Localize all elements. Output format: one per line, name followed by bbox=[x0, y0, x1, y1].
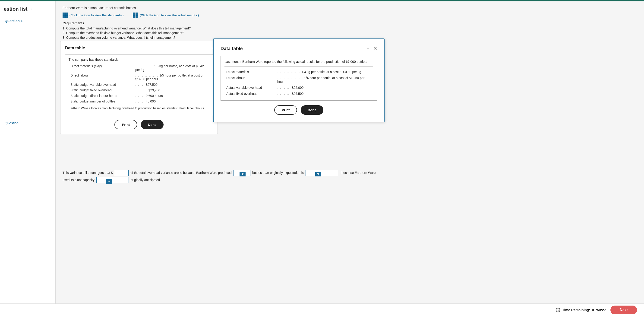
svg-line-2 bbox=[558, 310, 559, 310]
row-label: Static budget variable overhead bbox=[68, 82, 134, 87]
modal-buttons: Print Done bbox=[220, 105, 377, 115]
modal-minimize-button[interactable]: − bbox=[366, 46, 369, 51]
table-row: Direct labour ................. 1/5 hour… bbox=[68, 73, 210, 82]
row-value: ................... 1/4 hour per bottle,… bbox=[276, 75, 373, 85]
row-value: ................. 1.4 kg per bottle, at … bbox=[276, 69, 373, 75]
requirements-section: Requirements 1. Compute the total manufa… bbox=[62, 21, 637, 40]
actual-results-box: Last month, Earthern Ware reported the f… bbox=[220, 56, 377, 101]
row-label: Direct labour bbox=[68, 73, 134, 82]
variance-favorable-dropdown[interactable]: ▼ bbox=[306, 170, 338, 176]
next-button[interactable]: Next bbox=[610, 305, 637, 314]
requirement-2: 2. Compute the overhead flexible budget … bbox=[62, 31, 637, 35]
variance-text-before: This variance tells managers that $ bbox=[62, 171, 113, 175]
modal-print-button[interactable]: Print bbox=[274, 105, 297, 115]
variance-bottles-arrow: ▼ bbox=[240, 172, 246, 176]
modal-title: Data table bbox=[220, 46, 243, 51]
actual-table: Direct materials ................. 1.4 k… bbox=[224, 69, 373, 97]
data-table-background: Data table − The company has these stand… bbox=[60, 41, 218, 134]
row-label: Static budget number of bottles bbox=[68, 99, 134, 104]
standards-table: Direct materials (clay) ............. 1.… bbox=[68, 63, 210, 104]
sidebar-item-question9[interactable]: Question 9 bbox=[0, 118, 55, 128]
sidebar-title: estion list bbox=[4, 6, 28, 12]
table-row: Actual variable overhead .......... $92,… bbox=[224, 85, 373, 91]
row-label: Actual variable overhead bbox=[224, 85, 276, 91]
row-value: ................. 1/5 hour per bottle, a… bbox=[134, 73, 210, 82]
data-table-bg-title: Data table bbox=[65, 46, 85, 51]
sidebar-item-question1[interactable]: Question 1 bbox=[0, 16, 55, 26]
actual-grid-icon bbox=[133, 13, 138, 18]
row-value: ....... 48,000 bbox=[134, 99, 210, 104]
requirements-title: Requirements bbox=[62, 21, 637, 25]
table-row: Actual fixed overhead .......... $26,500 bbox=[224, 91, 373, 97]
time-remaining-label: Time Remaining: bbox=[562, 308, 590, 312]
sidebar-collapse-button[interactable]: ← bbox=[30, 7, 34, 12]
requirements-list: 1. Compute the total manufacturing overh… bbox=[62, 27, 637, 40]
standards-link[interactable]: (Click the icon to view the standards.) bbox=[62, 13, 124, 18]
variance-section: This variance tells managers that $ of t… bbox=[62, 169, 637, 184]
actual-results-link[interactable]: (Click the icon to view the actual resul… bbox=[133, 13, 199, 18]
row-value: ....... $67,500 bbox=[134, 82, 210, 87]
row-label: Direct materials bbox=[224, 69, 276, 75]
row-value: ............. 1.3 kg per bottle, at a co… bbox=[134, 63, 210, 73]
modal-close-button[interactable]: ✕ bbox=[373, 46, 377, 51]
content-area: Earthern Ware is a manufacturer of ceram… bbox=[56, 2, 644, 316]
variance-dollar-input[interactable] bbox=[115, 170, 128, 176]
table-row: Direct materials (clay) ............. 1.… bbox=[68, 63, 210, 73]
table-row: Static budget fixed overhead ......... $… bbox=[68, 87, 210, 93]
row-label: Static budget fixed overhead bbox=[68, 87, 134, 93]
clock-icon bbox=[556, 308, 560, 312]
data-table-bg-print-button[interactable]: Print bbox=[114, 120, 137, 129]
modal-header: Data table − ✕ bbox=[220, 46, 377, 51]
table-row: Direct labour ................... 1/4 ho… bbox=[224, 75, 373, 85]
table-row: Static budget number of bottles ....... … bbox=[68, 99, 210, 104]
variance-capacity-arrow: ▼ bbox=[106, 179, 112, 184]
variance-favorable-arrow: ▼ bbox=[315, 172, 321, 176]
standards-grid-icon bbox=[62, 13, 68, 18]
data-table-bg-done-button[interactable]: Done bbox=[141, 120, 164, 129]
variance-bottles-dropdown[interactable]: ▼ bbox=[234, 170, 250, 176]
row-value: ......... $29,700 bbox=[134, 87, 210, 93]
row-value: ....... 9,600 hours bbox=[134, 93, 210, 99]
allocates-text: Earthern Ware allocates manufacturing ov… bbox=[68, 104, 210, 110]
variance-text-middle1: of the total overhead variance arose bec… bbox=[130, 171, 232, 175]
row-label: Static budget direct labour hours bbox=[68, 93, 134, 99]
standards-header: The company has these standards: bbox=[68, 58, 210, 62]
footer: Time Remaining: 01:50:27 Next bbox=[0, 303, 644, 316]
intro-description: Earthern Ware is a manufacturer of ceram… bbox=[62, 6, 637, 10]
row-label: Direct materials (clay) bbox=[68, 63, 134, 73]
row-value: .......... $26,500 bbox=[276, 91, 373, 97]
variance-text: This variance tells managers that $ of t… bbox=[62, 169, 637, 184]
icon-links: (Click the icon to view the standards.) … bbox=[62, 13, 637, 18]
variance-capacity-dropdown[interactable]: ▼ bbox=[96, 177, 129, 183]
modal-done-button[interactable]: Done bbox=[301, 105, 324, 115]
variance-text-end: used its plant capacity bbox=[62, 178, 94, 182]
table-row: Direct materials ................. 1.4 k… bbox=[224, 69, 373, 75]
row-label: Direct labour bbox=[224, 75, 276, 85]
time-remaining: Time Remaining: 01:50:27 bbox=[556, 308, 606, 312]
actual-intro-text: Last month, Earthern Ware reported the f… bbox=[224, 60, 373, 64]
variance-text-final: originally anticipated. bbox=[131, 178, 161, 182]
data-table-modal: Data table − ✕ Last month, Earthern Ware… bbox=[213, 39, 384, 122]
table-row: Static budget direct labour hours ......… bbox=[68, 93, 210, 99]
time-remaining-value: 01:50:27 bbox=[592, 308, 606, 312]
variance-text-middle2: bottles than originally expected. It is bbox=[252, 171, 304, 175]
table-row: Static budget variable overhead ....... … bbox=[68, 82, 210, 87]
variance-text-after: , because Earthern Ware bbox=[340, 171, 376, 175]
modal-controls: − ✕ bbox=[366, 46, 377, 51]
standards-box: The company has these standards: Direct … bbox=[65, 54, 213, 115]
requirement-1: 1. Compute the total manufacturing overh… bbox=[62, 27, 637, 30]
row-label: Actual fixed overhead bbox=[224, 91, 276, 97]
sidebar: estion list ← Question 1 Question 9 bbox=[0, 2, 56, 316]
row-value: .......... $92,000 bbox=[276, 85, 373, 91]
data-table-bg-minimize[interactable]: − bbox=[210, 46, 213, 51]
data-table-bg-buttons: Print Done bbox=[65, 120, 213, 129]
